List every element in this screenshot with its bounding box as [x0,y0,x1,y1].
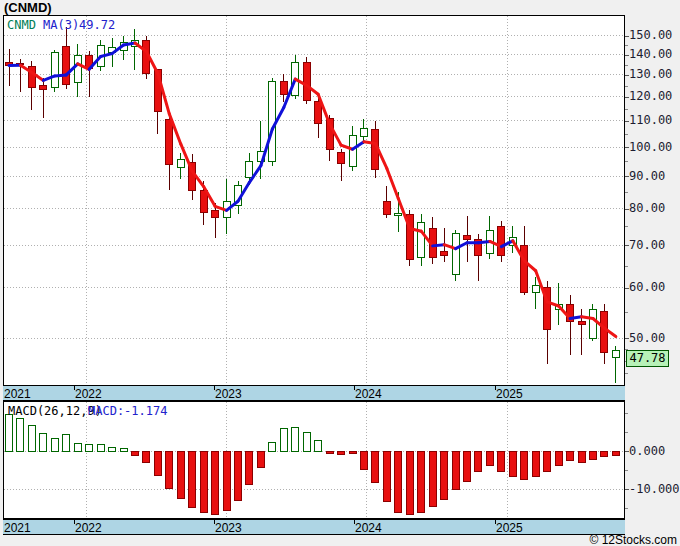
macd-bar-positive [63,434,70,451]
x-axis-band-main: 20212022202320242025 [3,385,625,401]
chart-page: (CNMD) CNMD MA(3) 49.72 2021202220232024… [0,0,680,546]
macd-bar-positive [86,445,93,451]
price-tick-mark [625,209,629,210]
candle-up [51,53,58,88]
macd-minor-tick [625,432,628,433]
price-minor-tick [625,192,628,193]
year-tick [495,520,496,524]
price-tick-mark [625,147,629,148]
macd-bar-negative [177,451,184,499]
price-tick-mark [625,288,629,289]
macd-bar-positive [6,415,13,451]
macd-bar-negative [235,451,242,500]
candle-down [315,102,322,124]
candle-down [601,312,608,352]
candle-down [40,86,47,89]
candle-down [578,322,585,325]
macd-bar-positive [315,440,322,451]
legend-ma-value: 49.72 [79,18,115,32]
year-label: 2023 [215,387,242,401]
year-label: 2023 [215,521,242,535]
macd-bar-positive [97,445,104,451]
macd-bar-negative [612,451,619,456]
macd-bar-positive [303,433,310,451]
macd-bar-negative [166,451,173,488]
macd-bar-negative [589,451,596,459]
macd-bar-positive [74,443,81,451]
macd-bar-negative [441,451,448,499]
year-label: 2024 [355,387,382,401]
ma3-line-segment [433,245,444,246]
price-minor-tick [625,45,628,46]
macd-bar-negative [338,451,345,454]
legend-symbol: CNMD [7,18,36,32]
candle-down [464,236,471,240]
copyright-link[interactable]: © 12Stocks.com [589,533,677,546]
macd-bar-negative [395,451,402,513]
candle-up [74,55,81,82]
macd-minor-tick [625,508,628,509]
price-tick-mark [625,245,629,246]
macd-bar-positive [269,443,276,451]
price-minor-tick [625,134,628,135]
macd-bar-negative [521,451,528,480]
candle-up [452,234,459,275]
candle-up [418,223,425,258]
ma3-line-segment [387,168,398,198]
macd-bar-negative [452,451,459,489]
last-price-badge: 47.78 [626,350,669,367]
candle-up [177,160,184,167]
price-tick-label: 50.00 [629,331,665,345]
macd-bar-negative [360,451,367,469]
macd-bar-negative [475,451,482,471]
year-label: 2021 [4,387,31,401]
macd-bar-negative [189,451,196,507]
price-tick-label: 120.00 [629,89,672,103]
macd-bar-negative [246,451,253,484]
price-tick-label: 110.00 [629,113,672,127]
macd-tick-mark [625,451,629,452]
macd-bar-positive [280,429,287,451]
price-tick-mark [625,55,629,56]
macd-bar-negative [223,451,230,510]
macd-bar-negative [601,451,608,457]
macd-bar-negative [200,451,207,513]
ma3-line-segment [570,317,581,319]
legend-ma-label: MA(3) [43,18,79,32]
candle-up [589,309,596,338]
year-tick [214,386,215,390]
macd-bar-positive [40,434,47,451]
macd-bar-negative [131,451,138,456]
year-label: 2021 [4,521,31,535]
macd-bar-negative [509,451,516,476]
price-tick-label: 60.00 [629,280,665,294]
macd-bar-negative [326,451,333,453]
year-tick [495,386,496,390]
price-tick-mark [625,36,629,37]
price-minor-tick [625,65,628,66]
macd-bar-positive [109,448,116,451]
price-tick-label: 140.00 [629,47,672,61]
macd-tick-mark [625,489,629,490]
macd-panel [3,401,625,519]
macd-bar-negative [143,451,150,462]
year-tick [74,386,75,390]
candle-down [303,62,310,100]
candle-up [246,161,253,177]
macd-tick-label: -10.000 [629,482,680,496]
candle-down [63,47,70,85]
price-tick-label: 80.00 [629,201,665,215]
price-tick-label: 100.00 [629,140,672,154]
macd-bar-negative [418,451,425,513]
price-tick-mark [625,121,629,122]
macd-bar-positive [17,418,24,451]
ma3-line-segment [55,75,66,76]
year-label: 2022 [75,521,102,535]
macd-bar-negative [212,451,219,514]
macd-bar-negative [464,451,471,481]
year-tick [354,520,355,524]
macd-bar-negative [532,451,539,476]
price-tick-mark [625,176,629,177]
ma3-line-segment [364,142,375,144]
macd-bar-positive [292,428,299,451]
